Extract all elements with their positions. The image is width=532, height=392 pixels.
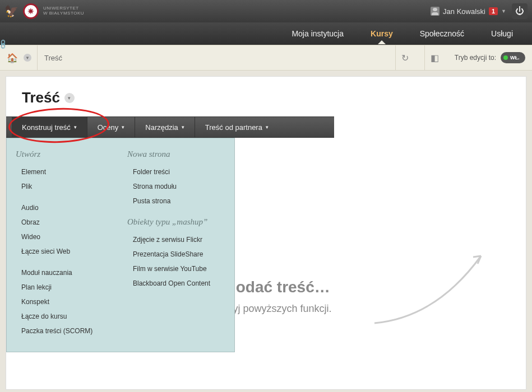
user-icon: [431, 7, 440, 16]
chevron-down-icon: ▾: [122, 124, 124, 130]
dd-list-create-c: Moduł nauczania Plan lekcji Konspekt Łąc…: [16, 265, 114, 338]
global-topbar: 🦅 ✷ UNIWERSYTET W BIAŁYMSTOKU Jan Kowals…: [0, 0, 532, 22]
chevron-down-icon: ▾: [182, 124, 184, 130]
theme-icon[interactable]: ◧: [424, 45, 445, 71]
title-options-icon[interactable]: ▾: [64, 93, 75, 103]
dd-item-video[interactable]: Wideo: [16, 230, 114, 244]
action-bar: Konstruuj treść ▾ Oceny ▾ Narzędzia ▾ Tr…: [6, 116, 334, 138]
topbar-left: 🦅 ✷ UNIWERSYTET W BIAŁYMSTOKU: [4, 3, 84, 19]
dd-list-create-b: Audio Obraz Wideo Łącze sieci Web: [16, 200, 114, 259]
chevron-down-icon: ▼: [501, 8, 506, 14]
dd-item-syllabus[interactable]: Konspekt: [16, 295, 114, 309]
refresh-icon[interactable]: ↻: [395, 45, 414, 71]
notification-badge: 1: [489, 7, 498, 15]
content-card: Treść ▾ Konstruuj treść ▾ Oceny ▾ Narzęd…: [6, 76, 526, 390]
breadcrumb-title: Treść: [37, 45, 62, 71]
dd-item-module-page[interactable]: Strona modułu: [127, 179, 225, 194]
page-title-row: Treść ▾: [6, 77, 526, 116]
page-title: Treść: [22, 89, 60, 106]
dd-item-scorm[interactable]: Paczka treści (SCORM): [16, 324, 114, 338]
dd-heading-newpage: Nowa strona: [127, 150, 225, 159]
dd-item-weblink[interactable]: Łącze sieci Web: [16, 244, 114, 259]
dd-item-slideshare[interactable]: Prezentacja SlideShare: [127, 247, 225, 262]
dd-item-element[interactable]: Element: [16, 165, 114, 179]
breadcrumb-chevron-icon[interactable]: ▼: [24, 54, 31, 62]
chevron-down-icon: ▾: [74, 124, 77, 130]
dropdown-col-create: Utwórz Element Plik Audio Obraz Wideo Łą…: [9, 147, 121, 338]
dd-item-lesson-plan[interactable]: Plan lekcji: [16, 280, 114, 295]
user-menu[interactable]: Jan Kowalski 1 ▼: [431, 7, 506, 16]
breadcrumb-bar: 🏠 ▼ Treść ↻ ◧ Tryb edycji to: WŁ.: [0, 45, 532, 71]
logout-button[interactable]: ⏻: [512, 3, 528, 19]
nav-services[interactable]: Usługi: [489, 24, 515, 44]
toggle-indicator-icon: [503, 55, 508, 60]
dd-item-blank-page[interactable]: Pusta strona: [127, 194, 225, 208]
action-bar-container: Konstruuj treść ▾ Oceny ▾ Narzędzia ▾ Tr…: [6, 116, 526, 138]
dd-item-audio[interactable]: Audio: [16, 200, 114, 215]
build-content-dropdown: Utwórz Element Plik Audio Obraz Wideo Łą…: [6, 138, 235, 352]
action-tools-label: Narzędzia: [145, 123, 178, 132]
home-icon[interactable]: 🏠: [7, 53, 18, 63]
action-grades[interactable]: Oceny ▾: [87, 116, 136, 138]
dd-item-file[interactable]: Plik: [16, 179, 114, 194]
action-build-content[interactable]: Konstruuj treść ▾: [12, 116, 87, 138]
action-tools[interactable]: Narzędzia ▾: [135, 116, 195, 138]
action-grades-label: Oceny: [98, 123, 119, 132]
nav-community[interactable]: Społeczność: [418, 24, 466, 44]
topbar-right: Jan Kowalski 1 ▼ ⏻: [431, 3, 528, 19]
dropdown-col-right: Nowa strona Folder treści Strona modułu …: [121, 147, 232, 338]
dd-list-mashup: Zdjęcie z serwisu Flickr Prezentacja Sli…: [127, 232, 225, 291]
curved-arrow-icon: [369, 245, 492, 329]
toggle-state: WŁ.: [510, 55, 520, 60]
state-eagle-icon: 🦅: [4, 4, 18, 18]
dd-list-create-a: Element Plik: [16, 165, 114, 194]
dd-heading-mashup: Obiekty typu „mashup”: [127, 217, 225, 227]
edit-mode-toggle[interactable]: Tryb edycji to: WŁ.: [455, 52, 525, 63]
uni-line2: W BIAŁYMSTOKU: [43, 11, 84, 16]
edit-mode-label: Tryb edycji to:: [455, 54, 496, 62]
dd-item-flickr[interactable]: Zdjęcie z serwisu Flickr: [127, 232, 225, 247]
action-partner-content[interactable]: Treść od partnera ▾: [195, 116, 279, 138]
nav-courses[interactable]: Kursy: [368, 24, 395, 44]
dd-item-learning-module[interactable]: Moduł nauczania: [16, 265, 114, 280]
nav-institution[interactable]: Moja instytucja: [289, 24, 346, 44]
dd-item-course-link[interactable]: Łącze do kursu: [16, 309, 114, 324]
primary-nav: Moja instytucja Kursy Społeczność Usługi: [0, 22, 532, 45]
action-build-label: Konstruuj treść: [22, 123, 71, 132]
toggle-pill[interactable]: WŁ.: [501, 52, 525, 63]
action-partner-label: Treść od partnera: [205, 123, 262, 132]
content-wrapper: Treść ▾ Konstruuj treść ▾ Oceny ▾ Narzęd…: [0, 71, 532, 390]
dd-item-content-folder[interactable]: Folder treści: [127, 165, 225, 179]
chevron-down-icon: ▾: [266, 124, 269, 130]
dd-item-image[interactable]: Obraz: [16, 215, 114, 230]
university-name: UNIWERSYTET W BIAŁYMSTOKU: [43, 6, 84, 16]
breadcrumb-right: ↻ ◧ Tryb edycji to: WŁ.: [395, 45, 525, 71]
dd-list-newpage: Folder treści Strona modułu Pusta strona: [127, 165, 225, 208]
user-name: Jan Kowalski: [443, 7, 485, 16]
dd-item-youtube[interactable]: Film w serwisie YouTube: [127, 262, 225, 276]
dd-item-bb-open[interactable]: Blackboard Open Content: [127, 276, 225, 291]
dd-heading-create: Utwórz: [16, 150, 114, 159]
breadcrumb-left: 🏠 ▼ Treść: [7, 45, 62, 71]
university-logo: ✷: [23, 3, 39, 19]
